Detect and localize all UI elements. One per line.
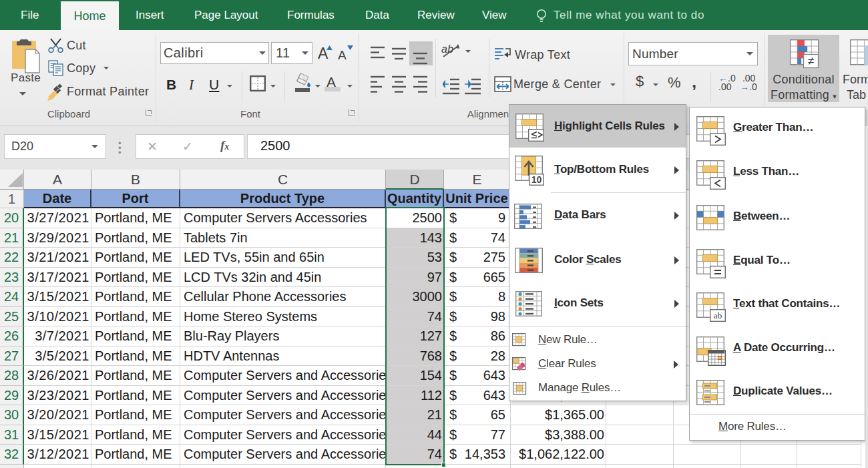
svg-text:10: 10: [531, 174, 542, 185]
svg-text:ab: ab: [714, 310, 722, 320]
svg-text:≠: ≠: [808, 55, 814, 67]
